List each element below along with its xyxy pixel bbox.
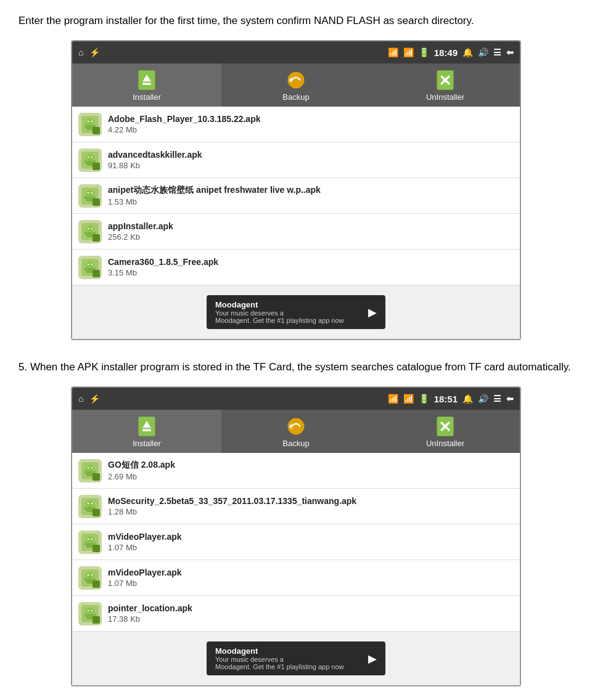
svg-rect-77 bbox=[84, 578, 86, 581]
svg-rect-57 bbox=[94, 471, 96, 474]
ad-arrow-2: ▶ bbox=[368, 652, 377, 665]
svg-point-10 bbox=[88, 120, 89, 121]
ad-sub2-1: Moodagent. Get the #1 playlisting app no… bbox=[215, 317, 344, 324]
svg-rect-70 bbox=[84, 542, 86, 545]
file-item-info: anipet动态水族馆壁纸 anipet freshwater live w.p… bbox=[108, 185, 514, 206]
svg-rect-64 bbox=[94, 507, 96, 510]
file-size: 1.07 Mb bbox=[108, 543, 514, 552]
menu-icon: ☰ bbox=[493, 47, 501, 57]
tab-uninstaller-label-2: UnInstaller bbox=[426, 439, 464, 448]
list-item[interactable]: advancedtaskkiller.apk 91.88 Kb bbox=[72, 142, 520, 178]
battery-icon: 🔋 bbox=[419, 47, 429, 57]
svg-rect-76 bbox=[86, 579, 94, 584]
svg-rect-40 bbox=[86, 268, 94, 273]
installer-icon-2 bbox=[136, 415, 158, 437]
list-item[interactable]: mVideoPlayer.apk 1.07 Mb bbox=[72, 524, 520, 560]
file-size: 17.38 Kb bbox=[108, 614, 514, 624]
file-icon bbox=[78, 495, 102, 518]
list-item[interactable]: Camera360_1.8.5_Free.apk 3.15 Mb bbox=[72, 250, 520, 285]
svg-rect-14 bbox=[94, 124, 96, 128]
installer-icon bbox=[136, 69, 158, 91]
file-name: GO短信 2.08.apk bbox=[108, 460, 514, 471]
svg-point-74 bbox=[88, 574, 89, 576]
battery-icon-2: 🔋 bbox=[419, 394, 429, 404]
ad-banner-2[interactable]: Moodagent Your music deserves a Moodagen… bbox=[207, 641, 385, 675]
svg-point-52 bbox=[86, 465, 94, 472]
svg-rect-42 bbox=[94, 267, 96, 271]
file-name: anipet动态水族馆壁纸 anipet freshwater live w.p… bbox=[108, 185, 514, 196]
list-item[interactable]: MoSecurity_2.5beta5_33_357_2011.03.17.13… bbox=[72, 489, 520, 524]
ad-text-1: Moodagent Your music deserves a Moodagen… bbox=[215, 300, 344, 324]
file-name: Adobe_Flash_Player_10.3.185.22.apk bbox=[108, 114, 514, 124]
svg-point-61 bbox=[91, 503, 92, 504]
tab-installer-2[interactable]: Installer bbox=[72, 410, 221, 453]
file-item-info: Camera360_1.8.5_Free.apk 3.15 Mb bbox=[108, 257, 514, 277]
device-frame-1: ⌂ ⚡ 📶 📶 🔋 18:49 🔔 🔊 ☰ ⬅ Installer bbox=[71, 40, 521, 340]
sound-icon-2: 🔊 bbox=[478, 394, 488, 404]
wifi-icon-2: 📶 bbox=[388, 394, 398, 404]
list-item[interactable]: anipet动态水族馆壁纸 anipet freshwater live w.p… bbox=[72, 178, 520, 214]
tab-uninstaller-label-1: UnInstaller bbox=[426, 92, 464, 102]
svg-rect-35 bbox=[94, 232, 96, 235]
svg-rect-27 bbox=[84, 196, 86, 199]
list-item[interactable]: appInstaller.apk 256.2 Kb bbox=[72, 214, 520, 250]
backup-icon bbox=[285, 69, 307, 91]
tab-uninstaller-2[interactable]: UnInstaller bbox=[371, 410, 520, 453]
tab-installer-label-2: Installer bbox=[133, 439, 161, 448]
status-time-2: 18:51 bbox=[434, 394, 458, 404]
svg-rect-83 bbox=[86, 614, 94, 619]
svg-point-54 bbox=[91, 467, 92, 468]
svg-rect-84 bbox=[84, 614, 86, 617]
ad-text-2: Moodagent Your music deserves a Moodagen… bbox=[215, 646, 344, 670]
svg-rect-26 bbox=[86, 197, 94, 201]
menu-icon-2: ☰ bbox=[493, 394, 501, 404]
list-item[interactable]: Adobe_Flash_Player_10.3.185.22.apk 4.22 … bbox=[72, 107, 520, 142]
svg-rect-78 bbox=[94, 578, 96, 581]
status-time-1: 18:49 bbox=[434, 47, 458, 58]
svg-rect-34 bbox=[84, 232, 86, 235]
file-name: mVideoPlayer.apk bbox=[108, 532, 514, 542]
list-item[interactable]: GO短信 2.08.apk 2.69 Mb bbox=[72, 453, 520, 489]
svg-point-53 bbox=[88, 467, 89, 468]
file-icon bbox=[78, 220, 102, 243]
svg-rect-63 bbox=[84, 507, 86, 510]
tab-backup-1[interactable]: Backup bbox=[221, 63, 371, 107]
svg-point-17 bbox=[88, 156, 89, 157]
tab-installer-1[interactable]: Installer bbox=[72, 63, 221, 107]
signal-icon-2: 📶 bbox=[403, 394, 414, 404]
ad-sub1-2: Your music deserves a bbox=[215, 656, 344, 663]
back-icon-2: ⬅ bbox=[506, 394, 514, 404]
svg-point-59 bbox=[86, 500, 94, 508]
sound-icon: 🔊 bbox=[478, 47, 488, 57]
backup-icon-2 bbox=[285, 415, 307, 437]
file-size: 3.15 Mb bbox=[108, 268, 514, 277]
file-size: 4.22 Mb bbox=[108, 125, 514, 134]
status-bar-left-2: ⌂ ⚡ bbox=[78, 394, 100, 404]
tab-uninstaller-1[interactable]: UnInstaller bbox=[371, 63, 520, 107]
svg-point-82 bbox=[91, 610, 92, 611]
svg-point-11 bbox=[91, 120, 92, 121]
file-icon bbox=[78, 113, 102, 136]
tab-backup-label-1: Backup bbox=[282, 92, 309, 102]
svg-point-9 bbox=[86, 118, 94, 126]
volume-icon: 🔔 bbox=[462, 47, 473, 57]
svg-rect-69 bbox=[86, 543, 94, 548]
tab-backup-2[interactable]: Backup bbox=[221, 410, 371, 453]
svg-rect-20 bbox=[84, 160, 86, 163]
ad-banner-1[interactable]: Moodagent Your music deserves a Moodagen… bbox=[207, 295, 385, 329]
list-item[interactable]: mVideoPlayer.apk 1.07 Mb bbox=[72, 560, 520, 596]
svg-rect-21 bbox=[94, 160, 96, 163]
ad-title-1: Moodagent bbox=[215, 300, 344, 309]
svg-point-66 bbox=[86, 536, 94, 543]
svg-point-75 bbox=[91, 574, 92, 576]
tab-bar-1: Installer Backup UnInstaller bbox=[72, 63, 520, 107]
list-item[interactable]: pointer_location.apk 17.38 Kb bbox=[72, 596, 520, 632]
file-icon bbox=[78, 184, 102, 208]
svg-point-30 bbox=[86, 226, 94, 233]
svg-rect-45 bbox=[142, 429, 151, 431]
home-icon-2: ⌂ bbox=[78, 394, 83, 404]
device-frame-2: ⌂ ⚡ 📶 📶 🔋 18:51 🔔 🔊 ☰ ⬅ Installer bbox=[71, 386, 521, 686]
status-bar-right-2: 📶 📶 🔋 18:51 🔔 🔊 ☰ ⬅ bbox=[388, 394, 514, 404]
home-icon: ⌂ bbox=[78, 47, 83, 57]
uninstaller-icon-2 bbox=[434, 415, 456, 437]
